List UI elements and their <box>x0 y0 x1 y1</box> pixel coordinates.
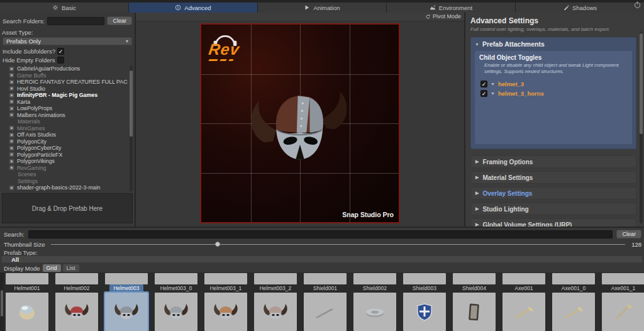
child-toggle-helmet_3_horns[interactable]: ✓▼helmet_3_horns <box>480 89 628 98</box>
folder-item[interactable]: PolygonVikings <box>2 158 128 165</box>
hide-empty-checkbox[interactable] <box>57 57 64 64</box>
section-overlay-settings[interactable]: ▶Overlay Settings <box>470 187 636 199</box>
grid-item-partial[interactable] <box>6 273 48 284</box>
clear-folders-button[interactable]: Clear <box>107 16 132 25</box>
grid-item[interactable]: Helmet003_2 <box>254 272 297 331</box>
grid-item-partial[interactable] <box>453 273 496 284</box>
folder-item[interactable]: LowPolyProps <box>2 105 128 112</box>
grid-item[interactable]: Helmet003_1 <box>204 272 247 331</box>
section-material-settings[interactable]: ▶Material Settings <box>470 171 636 184</box>
grid-item-thumbnail[interactable] <box>403 293 446 331</box>
play-icon <box>304 4 310 11</box>
grid-item-thumbnail[interactable] <box>204 293 247 331</box>
folder-item[interactable]: Karta <box>2 99 128 106</box>
include-subfolders-checkbox[interactable]: ✓ <box>57 48 64 55</box>
grid-item-partial[interactable] <box>502 273 545 284</box>
grid-item-thumbnail[interactable] <box>353 293 396 331</box>
grid-item-thumbnail[interactable] <box>6 293 48 331</box>
grid-item[interactable]: Helmet001 <box>6 272 48 331</box>
toggle-checkbox[interactable]: ✓ <box>480 90 487 97</box>
grid-item-partial[interactable] <box>55 273 98 284</box>
folder-item[interactable]: InfinityPBR - Magic Pig Games <box>2 92 128 99</box>
grid-item-thumbnail[interactable] <box>552 293 595 331</box>
preview-viewport[interactable]: Rev <box>200 23 400 223</box>
section-studio-lighting[interactable]: ▶Studio Lighting <box>470 203 636 215</box>
prefab-type-dropdown[interactable]: All <box>1 255 643 263</box>
grid-item[interactable]: Shield001 <box>304 272 347 331</box>
grid-item[interactable]: Axe001_0 <box>552 272 595 331</box>
grid-item-partial[interactable] <box>304 273 347 284</box>
child-toggle-list: ✓▼helmet_3✓▼helmet_3_horns <box>479 79 628 98</box>
grid-item[interactable]: Helmet003 <box>105 272 148 331</box>
grid-item-partial[interactable] <box>353 273 396 284</box>
toggle-checkbox[interactable]: ✓ <box>480 81 487 87</box>
tab-shadows[interactable]: Shadows <box>516 3 644 13</box>
grid-item-partial[interactable] <box>552 273 595 284</box>
folder-item[interactable]: Malbers Animations <box>2 112 128 119</box>
prefab-drop-zone[interactable]: Drag & Drop Prefab Here <box>2 193 133 223</box>
prefab-search-input[interactable] <box>28 230 613 238</box>
folder-item[interactable]: Off Axis Studios <box>2 132 128 138</box>
grid-item[interactable]: Helmet002 <box>55 272 98 331</box>
grid-item[interactable]: Axe001 <box>502 272 545 331</box>
window-power-icon[interactable] <box>633 0 641 11</box>
search-folders-input[interactable] <box>47 17 104 25</box>
folder-list-scrollbar[interactable] <box>130 65 133 191</box>
clear-search-button[interactable]: Clear <box>616 230 641 238</box>
folder-item[interactable]: PolygonCity <box>2 138 128 145</box>
grid-item-thumbnail[interactable] <box>155 293 197 331</box>
folder-icon <box>9 99 14 104</box>
grid-item[interactable]: Axe001_1 <box>602 272 644 331</box>
grid-item[interactable]: Helmet003_0 <box>155 272 197 331</box>
thumbnail-size-slider[interactable] <box>51 240 625 248</box>
folder-item[interactable]: HEROIC FANTASY CREATURES FULL PACK VOL 1 <box>2 79 128 86</box>
pivot-mode-button[interactable]: Pivot Mode <box>425 13 461 20</box>
grid-item-thumbnail[interactable] <box>453 293 496 331</box>
folder-item[interactable]: RevGaming <box>2 165 128 172</box>
grid-item-partial[interactable] <box>155 273 197 284</box>
grid-item[interactable]: Shield004 <box>453 272 496 331</box>
grid-item-partial[interactable] <box>204 273 247 284</box>
prefab-attachments-foldout[interactable]: ▼ Prefab Attachments <box>475 40 632 48</box>
grid-item-partial[interactable] <box>403 273 446 284</box>
folder-item[interactable]: Settings <box>2 178 128 185</box>
tab-environment[interactable]: Environment <box>387 3 515 13</box>
grid-item-thumbnail[interactable] <box>254 293 297 331</box>
grid-item-thumbnail[interactable] <box>304 293 347 331</box>
folder-item[interactable]: Scenes <box>2 171 128 178</box>
grid-item-thumbnail[interactable] <box>105 293 148 331</box>
grid-item-label: Shield001 <box>313 284 337 293</box>
folder-item[interactable]: Game Buffs <box>2 72 128 79</box>
tab-basic[interactable]: Basic <box>0 3 128 13</box>
grid-item-partial[interactable] <box>254 273 297 284</box>
display-mode-list[interactable]: List <box>63 264 79 272</box>
section-framing-options[interactable]: ▶Framing Options <box>470 155 636 168</box>
folder-item[interactable]: PolygonCyberCity <box>2 145 128 152</box>
tab-advanced[interactable]: Advanced <box>129 3 257 13</box>
child-toggle-helmet_3[interactable]: ✓▼helmet_3 <box>480 79 628 89</box>
tab-animation[interactable]: Animation <box>258 3 386 13</box>
tab-label: Animation <box>313 4 340 11</box>
grid-item-thumbnail[interactable] <box>602 293 644 331</box>
grid-scrollbar[interactable] <box>0 272 4 331</box>
display-mode-grid[interactable]: Grid <box>43 264 61 272</box>
grid-item-partial[interactable] <box>105 273 148 284</box>
folder-item[interactable]: Materials <box>2 118 128 125</box>
grid-item[interactable]: Shield002 <box>353 272 396 331</box>
tab-bar: BasicAdvancedAnimationEnvironmentShadows <box>0 0 644 13</box>
folder-item[interactable]: MiniGames <box>2 125 128 132</box>
grid-item-partial[interactable] <box>602 273 644 284</box>
chevron-right-icon: ▶ <box>475 191 479 196</box>
slider-handle[interactable] <box>215 242 220 247</box>
grid-item-thumbnail[interactable] <box>55 293 98 331</box>
child-toggles-description: Enable or disable any child object and t… <box>484 62 628 75</box>
folder-item[interactable]: Hovl Studio <box>2 86 128 93</box>
folder-item[interactable]: GabrielAguiarProductions <box>2 65 128 72</box>
folder-item[interactable]: PolygonParticleFX <box>2 152 128 159</box>
grid-item-thumbnail[interactable] <box>502 293 545 331</box>
tab-label: Advanced <box>184 4 211 11</box>
grid-item[interactable]: Shield003 <box>403 272 446 331</box>
asset-type-dropdown[interactable]: Prefabs Only ▾ <box>3 37 132 45</box>
folder-item[interactable]: shader-graph-basics-2022-3-main <box>2 184 128 191</box>
settings-scrollbar[interactable] <box>640 31 643 223</box>
